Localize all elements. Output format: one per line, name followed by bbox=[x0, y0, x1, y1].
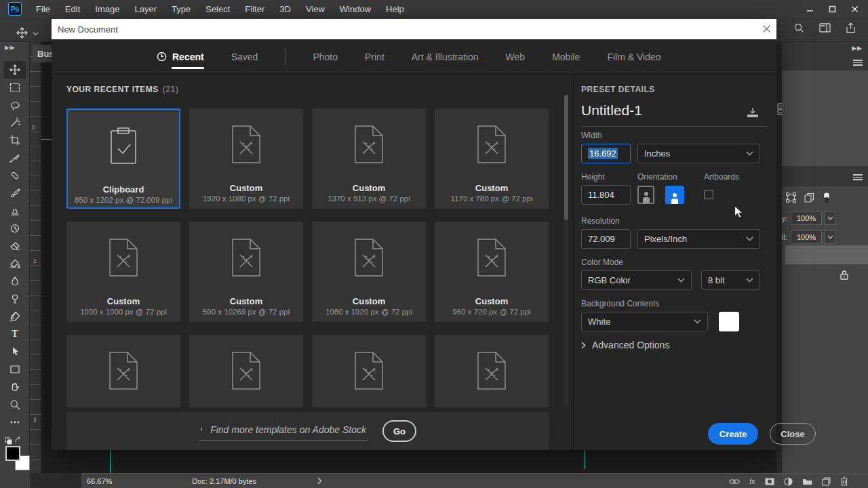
history-brush-tool[interactable] bbox=[4, 220, 26, 237]
menu-filter[interactable]: Filter bbox=[237, 0, 272, 18]
recent-item-partial-1[interactable] bbox=[66, 335, 180, 407]
new-layer-icon[interactable] bbox=[822, 477, 831, 486]
rectangular-marquee-tool[interactable] bbox=[4, 79, 26, 96]
swap-colors-icon[interactable] bbox=[5, 435, 22, 445]
tab-print[interactable]: Print bbox=[365, 39, 384, 75]
go-button[interactable]: Go bbox=[382, 420, 416, 442]
recent-item-clipboard[interactable]: Clipboard 850 x 1202 px @ 72.009 ppi bbox=[66, 108, 180, 209]
grid-scrollbar[interactable] bbox=[564, 95, 568, 407]
type-tool[interactable]: T bbox=[4, 325, 26, 343]
status-expand-icon[interactable] bbox=[317, 477, 322, 485]
resolution-unit-dropdown[interactable]: Pixels/Inch bbox=[637, 229, 760, 249]
chevron-down-icon[interactable] bbox=[33, 32, 39, 36]
document-tab[interactable]: Busi bbox=[33, 45, 52, 62]
menu-help[interactable]: Help bbox=[378, 0, 412, 18]
maximize-icon[interactable] bbox=[829, 5, 836, 13]
color-mode-dropdown[interactable]: RGB Color bbox=[581, 270, 692, 290]
resolution-input[interactable]: 72.009 bbox=[581, 229, 631, 249]
tab-photo[interactable]: Photo bbox=[313, 39, 338, 75]
recent-item-partial-2[interactable] bbox=[189, 335, 303, 407]
rectangle-tool[interactable] bbox=[4, 361, 26, 378]
lasso-tool[interactable] bbox=[4, 96, 26, 114]
blur-tool[interactable] bbox=[4, 272, 26, 290]
height-input[interactable]: 11.804 bbox=[581, 185, 631, 205]
menu-3d[interactable]: 3D bbox=[272, 0, 298, 18]
minimize-icon[interactable] bbox=[806, 5, 814, 13]
width-input[interactable]: 16.692 bbox=[581, 144, 631, 163]
adjustment-layer-icon[interactable] bbox=[784, 477, 793, 486]
toolbar-collapse-icon[interactable]: ▶▶ bbox=[5, 44, 16, 51]
tab-mobile[interactable]: Mobile bbox=[552, 39, 580, 75]
tab-web[interactable]: Web bbox=[506, 39, 526, 75]
recent-item-custom-3[interactable]: Custom 1170 x 780 px @ 72 ppi bbox=[435, 108, 549, 209]
recent-item-custom-2[interactable]: Custom 1370 x 913 px @ 72 ppi bbox=[312, 108, 426, 209]
recent-item-partial-4[interactable] bbox=[435, 335, 549, 407]
tab-saved[interactable]: Saved bbox=[231, 39, 258, 75]
panel-menu-icon[interactable] bbox=[853, 58, 863, 67]
crop-tool[interactable] bbox=[4, 131, 26, 149]
tab-recent[interactable]: Recent bbox=[157, 39, 204, 75]
layer-effects-icon[interactable]: fx bbox=[749, 477, 755, 485]
edit-toolbar-icon[interactable] bbox=[4, 413, 26, 431]
dodge-tool[interactable] bbox=[4, 290, 26, 308]
panel-collapse-icon[interactable]: ▶▶ bbox=[852, 45, 863, 52]
menu-window[interactable]: Window bbox=[332, 0, 378, 18]
new-group-icon[interactable] bbox=[802, 478, 812, 485]
eraser-tool[interactable] bbox=[4, 237, 26, 255]
spot-healing-brush-tool[interactable] bbox=[4, 167, 26, 184]
path-selection-tool[interactable] bbox=[4, 343, 26, 361]
menu-select[interactable]: Select bbox=[198, 0, 237, 18]
brush-tool[interactable] bbox=[4, 184, 26, 202]
custom-document-icon bbox=[312, 125, 426, 164]
background-contents-dropdown[interactable]: White bbox=[581, 312, 708, 331]
background-color-swatch[interactable] bbox=[719, 312, 739, 331]
pin-toggle-icon[interactable] bbox=[823, 192, 831, 205]
create-button[interactable]: Create bbox=[708, 423, 758, 445]
advanced-options-toggle[interactable]: Advanced Options bbox=[581, 340, 669, 350]
unit-dropdown[interactable]: Inches bbox=[637, 144, 760, 163]
orientation-portrait-button[interactable] bbox=[637, 186, 654, 204]
recent-item-custom-6[interactable]: Custom 1080 x 1920 px @ 72 ppi bbox=[312, 222, 426, 322]
hand-tool[interactable] bbox=[4, 378, 26, 396]
recent-item-custom-4[interactable]: Custom 1000 x 1000 px @ 72 ppi bbox=[66, 222, 180, 322]
recent-item-custom-5[interactable]: Custom 590 x 10269 px @ 72 ppi bbox=[189, 222, 303, 322]
recent-item-custom-1[interactable]: Custom 1920 x 1080 px @ 72 ppi bbox=[189, 108, 303, 209]
stock-search-input[interactable]: Find more templates on Adobe Stock bbox=[199, 422, 368, 441]
bit-depth-dropdown[interactable]: 8 bit bbox=[701, 270, 760, 290]
menu-type[interactable]: Type bbox=[164, 0, 198, 18]
clone-stamp-tool[interactable] bbox=[4, 202, 26, 220]
menu-image[interactable]: Image bbox=[87, 0, 127, 18]
artboards-checkbox[interactable] bbox=[704, 190, 713, 199]
delete-layer-icon[interactable] bbox=[840, 476, 848, 486]
foreground-color-swatch[interactable] bbox=[5, 446, 20, 461]
eyedropper-tool[interactable] bbox=[4, 149, 26, 167]
chevron-down-icon[interactable] bbox=[824, 211, 836, 225]
zoom-tool[interactable] bbox=[4, 396, 26, 413]
document-name-field[interactable]: Untitled-1 bbox=[581, 102, 642, 119]
orientation-landscape-button[interactable] bbox=[665, 186, 684, 204]
lock-icon[interactable] bbox=[840, 270, 849, 280]
share-icon[interactable] bbox=[846, 22, 856, 33]
pen-tool[interactable] bbox=[4, 308, 26, 325]
menu-view[interactable]: View bbox=[298, 0, 332, 18]
scrollbar-thumb[interactable] bbox=[564, 95, 568, 220]
chevron-down-icon[interactable] bbox=[824, 230, 836, 244]
gradient-tool[interactable] bbox=[4, 255, 26, 272]
move-tool[interactable] bbox=[4, 61, 26, 79]
doc-size-info[interactable]: Doc: 2.17M/0 bytes bbox=[192, 477, 256, 485]
close-window-icon[interactable] bbox=[851, 5, 859, 13]
close-button[interactable]: Close bbox=[770, 423, 816, 445]
save-preset-icon[interactable] bbox=[746, 107, 760, 119]
recent-item-partial-3[interactable] bbox=[312, 335, 426, 407]
tab-art-illustration[interactable]: Art & Illustration bbox=[412, 39, 479, 75]
menu-edit[interactable]: Edit bbox=[58, 0, 87, 18]
menu-layer[interactable]: Layer bbox=[127, 0, 165, 18]
layer-mask-icon[interactable] bbox=[765, 478, 774, 485]
recent-item-custom-7[interactable]: Custom 960 x 720 px @ 72 ppi bbox=[435, 222, 549, 322]
workspace-icon[interactable] bbox=[819, 23, 831, 33]
zoom-level[interactable]: 66.67% bbox=[87, 477, 112, 485]
panel-menu-icon[interactable] bbox=[853, 173, 863, 182]
magic-wand-tool[interactable] bbox=[4, 114, 26, 131]
link-layers-icon[interactable] bbox=[729, 479, 740, 485]
menu-file[interactable]: File bbox=[28, 0, 58, 18]
